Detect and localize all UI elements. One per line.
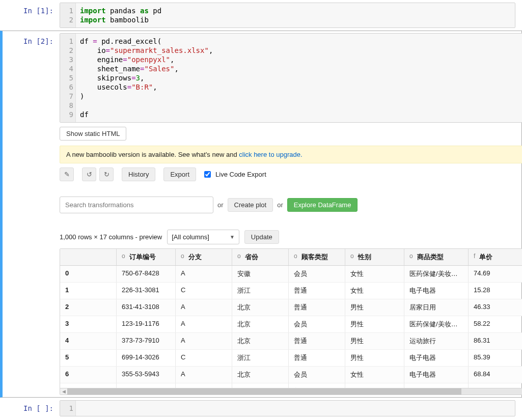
column-header[interactable]: o商品类型 <box>404 249 469 265</box>
cell-output: Show static HTML A new bamboolib version… <box>60 127 522 395</box>
column-header[interactable]: o顾客类型 <box>289 249 345 265</box>
cell: 电子电器 <box>404 367 469 383</box>
code-content[interactable]: df = pd.read_excel( io="supermarkt_sales… <box>76 34 217 122</box>
grid-header: o订单编号o分支o省份o顾客类型o性别o商品类型f单价i <box>60 249 522 266</box>
table-row[interactable]: 2631-41-3108A北京普通男性居家日用46.33 <box>60 299 522 316</box>
cell: 普通 <box>289 350 345 366</box>
cell: 北京 <box>232 299 289 316</box>
upgrade-text: A new bamboolib version is available. Se… <box>66 151 239 158</box>
column-header[interactable]: o订单编号 <box>117 249 176 265</box>
row-index: 2 <box>60 299 117 316</box>
cell: 安徽 <box>232 266 289 282</box>
table-row[interactable]: 7315-22-5665C浙江普通女性居家日用73.56 <box>60 383 522 388</box>
code-editor[interactable]: 12 import pandas as pdimport bamboolib <box>60 3 515 28</box>
code-editor[interactable]: 1 <box>60 400 515 416</box>
cell: A <box>176 367 232 383</box>
column-header[interactable]: o性别 <box>345 249 404 265</box>
cell: 68.84 <box>469 367 522 383</box>
column-header[interactable]: o省份 <box>232 249 289 265</box>
explore-dataframe-button[interactable]: Explore DataFrame <box>287 198 358 212</box>
scroll-left-icon[interactable]: ◀ <box>60 388 67 395</box>
search-transformations-input[interactable] <box>60 197 213 213</box>
grid-body[interactable]: 0750-67-8428A安徽会员女性医药保健/美妆清洁74.691226-31… <box>60 266 522 388</box>
cell: 58.22 <box>469 316 522 332</box>
cell: 运动旅行 <box>404 333 469 349</box>
update-button[interactable]: Update <box>244 230 279 244</box>
create-plot-button[interactable]: Create plot <box>228 198 273 212</box>
cell: 北京 <box>232 333 289 349</box>
cell: 男性 <box>345 333 404 349</box>
cell: 浙江 <box>232 383 289 388</box>
cell: 北京 <box>232 367 289 383</box>
cell: 男性 <box>345 316 404 332</box>
upgrade-banner: A new bamboolib version is available. Se… <box>60 146 522 163</box>
cell-prompt-2: In [2]: <box>3 33 60 395</box>
code-editor[interactable]: 123456789 df = pd.read_excel( io="superm… <box>60 33 522 123</box>
cell: 74.69 <box>469 266 522 282</box>
column-header[interactable]: f单价 <box>469 249 522 265</box>
row-index: 6 <box>60 367 117 383</box>
live-code-export-label: Live Code Export <box>215 171 266 178</box>
cell: 医药保健/美妆清洁 <box>404 316 469 332</box>
redo-icon[interactable]: ↻ <box>99 167 114 181</box>
columns-select-label: [All columns] <box>172 233 209 241</box>
code-content[interactable]: import pandas as pdimport bamboolib <box>76 3 166 27</box>
cell: 会员 <box>289 266 345 282</box>
code-cell[interactable]: In [1]: 12 import pandas as pdimport bam… <box>0 0 522 31</box>
cell: 699-14-3026 <box>117 350 176 366</box>
table-row[interactable]: 3123-19-1176A北京会员男性医药保健/美妆清洁58.22 <box>60 316 522 333</box>
horizontal-scrollbar[interactable]: ◀ ▶ <box>60 388 522 395</box>
chevron-down-icon: ▼ <box>230 234 235 240</box>
cell: 355-53-5943 <box>117 367 176 383</box>
row-index: 0 <box>60 266 117 282</box>
cell: 15.28 <box>469 283 522 299</box>
code-content[interactable] <box>76 401 515 416</box>
bamboolib-toolbar: ✎ ↺ ↻ History Export Live Code Export <box>60 167 522 181</box>
cell: 男性 <box>345 299 404 316</box>
dataframe-grid: o订单编号o分支o省份o顾客类型o性别o商品类型f单价i 0750-67-842… <box>60 248 522 395</box>
upgrade-link[interactable]: click here to upgrade. <box>239 151 302 158</box>
table-row[interactable]: 0750-67-8428A安徽会员女性医药保健/美妆清洁74.69 <box>60 266 522 283</box>
columns-select[interactable]: [All columns] ▼ <box>167 230 239 244</box>
cell: 浙江 <box>232 350 289 366</box>
export-button[interactable]: Export <box>163 167 196 181</box>
cell: 女性 <box>345 283 404 299</box>
code-cell-selected[interactable]: In [2]: 123456789 df = pd.read_excel( io… <box>0 31 522 398</box>
rows-columns-summary: 1,000 rows × 17 columns - preview <box>60 233 162 241</box>
cell: 226-31-3081 <box>117 283 176 299</box>
cell: 85.39 <box>469 350 522 366</box>
cell: 电子电器 <box>404 283 469 299</box>
live-code-export-toggle[interactable]: Live Code Export <box>202 170 266 179</box>
cell: A <box>176 266 232 282</box>
cell: 居家日用 <box>404 383 469 388</box>
cell: A <box>176 316 232 332</box>
table-row[interactable]: 5699-14-3026C浙江普通男性电子电器85.39 <box>60 350 522 367</box>
code-cell[interactable]: In [ ]: 1 <box>0 398 522 419</box>
table-row[interactable]: 4373-73-7910A北京普通男性运动旅行86.31 <box>60 333 522 350</box>
cell: 会员 <box>289 316 345 332</box>
show-static-html-button[interactable]: Show static HTML <box>60 127 126 141</box>
cell: A <box>176 333 232 349</box>
table-row[interactable]: 1226-31-3081C浙江普通女性电子电器15.28 <box>60 283 522 299</box>
history-button[interactable]: History <box>122 167 155 181</box>
cell: C <box>176 283 232 299</box>
column-header[interactable] <box>60 249 117 265</box>
action-row: or Create plot or Explore DataFrame <box>60 197 522 213</box>
table-row[interactable]: 6355-53-5943A北京会员女性电子电器68.84 <box>60 367 522 383</box>
cell: 普通 <box>289 299 345 316</box>
cell: 电子电器 <box>404 350 469 366</box>
row-index: 5 <box>60 350 117 366</box>
live-code-export-checkbox[interactable] <box>204 171 211 178</box>
or-label-2: or <box>277 201 283 209</box>
cell: 373-73-7910 <box>117 333 176 349</box>
cell: 女性 <box>345 266 404 282</box>
or-label-1: or <box>217 201 224 209</box>
edit-icon[interactable]: ✎ <box>60 167 74 181</box>
cell: A <box>176 299 232 316</box>
line-numbers: 1 <box>60 401 76 416</box>
column-header[interactable]: o分支 <box>176 249 232 265</box>
cell: 女性 <box>345 383 404 388</box>
cell: 123-19-1176 <box>117 316 176 332</box>
cell: 女性 <box>345 367 404 383</box>
undo-icon[interactable]: ↺ <box>82 167 96 181</box>
